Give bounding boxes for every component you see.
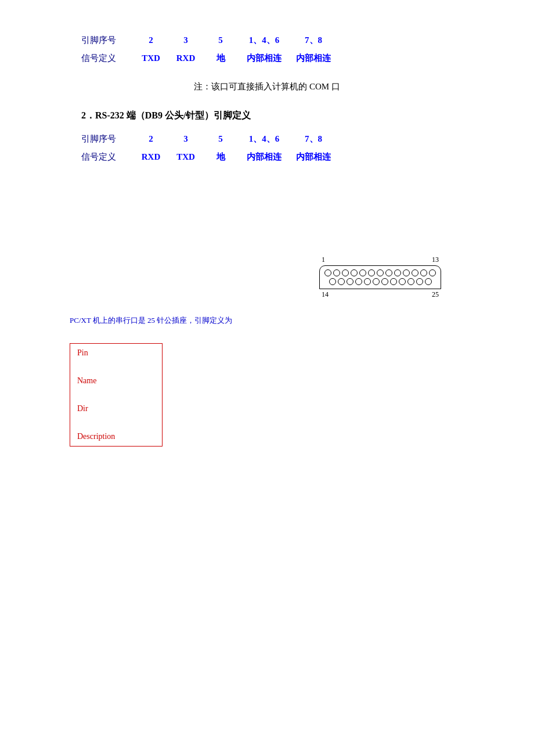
- connector-bottom-labels: 14 25: [319, 290, 441, 299]
- pin-circle: [381, 278, 388, 285]
- pin-val-5: 5: [203, 35, 238, 45]
- pin-circle: [373, 278, 380, 285]
- table-row: Pin: [70, 344, 163, 363]
- pin-number-row: 引脚序号 2 3 5 1、4、6 7、8: [81, 35, 499, 46]
- connector-row1: [324, 269, 436, 276]
- pin-circle: [425, 278, 432, 285]
- pin-circle: [377, 269, 384, 276]
- table-row: Description: [70, 427, 163, 447]
- pin-circle: [359, 269, 366, 276]
- pin-circle: [394, 269, 401, 276]
- small-table-container: Pin Name Dir Description: [70, 343, 499, 447]
- signal2-val-txd: TXD: [168, 152, 203, 162]
- pin-circle: [390, 278, 397, 285]
- signal-def-row: 信号定义 TXD RXD 地 内部相连 内部相连: [81, 53, 499, 64]
- pin-val-146: 1、4、6: [238, 35, 290, 46]
- signal2-val-internal2: 内部相连: [290, 152, 337, 163]
- signal-val-internal1: 内部相连: [238, 53, 290, 64]
- pin-circle: [412, 269, 418, 276]
- pin-circle: [364, 278, 371, 285]
- pin-circle: [355, 278, 362, 285]
- pin-circle: [407, 278, 414, 285]
- pin-number-row-2: 引脚序号 2 3 5 1、4、6 7、8: [81, 134, 499, 145]
- pin-circle: [429, 269, 436, 276]
- pc-xt-note: PC/XT 机上的串行口是 25 针公插座，引脚定义为: [70, 316, 232, 325]
- signal-val-internal2: 内部相连: [290, 53, 337, 64]
- signal2-val-rxd: RXD: [134, 152, 168, 162]
- pin-row-label: 引脚序号: [81, 35, 134, 46]
- pin-circle: [324, 269, 331, 276]
- pin-row-label-2: 引脚序号: [81, 134, 134, 145]
- label-1: 1: [322, 255, 325, 264]
- pin2-val-146: 1、4、6: [238, 134, 290, 145]
- pin-info-table: Pin Name Dir Description: [70, 343, 163, 447]
- pin2-val-3: 3: [168, 134, 203, 144]
- table-gap-row: [70, 362, 163, 372]
- label-14: 14: [322, 290, 329, 299]
- label-25: 25: [432, 290, 439, 299]
- section2-title: 2．RS-232 端（DB9 公头/针型）引脚定义: [81, 110, 499, 122]
- signal-row-label-2: 信号定义: [81, 152, 134, 163]
- pin-circle: [403, 269, 410, 276]
- pin-circle: [347, 278, 353, 285]
- table-cell-name: Name: [70, 372, 163, 390]
- pin-circle: [416, 278, 423, 285]
- signal-row-label: 信号定义: [81, 53, 134, 64]
- pc-xt-note-row: PC/XT 机上的串行口是 25 针公插座，引脚定义为: [70, 315, 499, 326]
- section2-pin-table: 引脚序号 2 3 5 1、4、6 7、8 信号定义 RXD TXD 地 内部相连…: [81, 134, 499, 163]
- section1-pin-table: 引脚序号 2 3 5 1、4、6 7、8 信号定义 TXD RXD 地 内部相连…: [81, 35, 499, 64]
- table-gap-row: [70, 418, 163, 427]
- pin-circle: [420, 269, 427, 276]
- pin2-val-78: 7、8: [290, 134, 337, 145]
- pin-val-78: 7、8: [290, 35, 337, 46]
- signal-def-row-2: 信号定义 RXD TXD 地 内部相连 内部相连: [81, 152, 499, 163]
- signal-val-txd: TXD: [134, 53, 168, 63]
- table-cell-description: Description: [70, 427, 163, 447]
- table-gap-row: [70, 390, 163, 399]
- com-note: 注：该口可直接插入计算机的 COM 口: [35, 81, 499, 92]
- pin-circle: [351, 269, 358, 276]
- signal2-val-gnd: 地: [203, 152, 238, 163]
- pin-circle: [368, 269, 375, 276]
- table-cell-dir: Dir: [70, 399, 163, 418]
- pin-circle: [399, 278, 406, 285]
- connector-row2: [329, 278, 436, 285]
- connector-diagram-area: 1 13: [35, 255, 441, 311]
- db25-connector: 1 13: [319, 255, 441, 299]
- signal-val-gnd: 地: [203, 53, 238, 64]
- table-cell-pin: Pin: [70, 344, 163, 363]
- signal2-val-internal1: 内部相连: [238, 152, 290, 163]
- pin2-val-2: 2: [134, 134, 168, 144]
- pin-circle: [333, 269, 340, 276]
- pin-val-3: 3: [168, 35, 203, 45]
- connector-body: [319, 265, 441, 289]
- table-row: Name: [70, 372, 163, 390]
- pin-val-2: 2: [134, 35, 168, 45]
- label-13: 13: [432, 255, 439, 264]
- pin-circle: [385, 269, 392, 276]
- pin-circle: [342, 269, 349, 276]
- connector-top-labels: 1 13: [319, 255, 441, 264]
- pin-circle: [338, 278, 345, 285]
- pin-circle: [329, 278, 336, 285]
- table-row: Dir: [70, 399, 163, 418]
- signal-val-rxd: RXD: [168, 53, 203, 63]
- pin2-val-5: 5: [203, 134, 238, 144]
